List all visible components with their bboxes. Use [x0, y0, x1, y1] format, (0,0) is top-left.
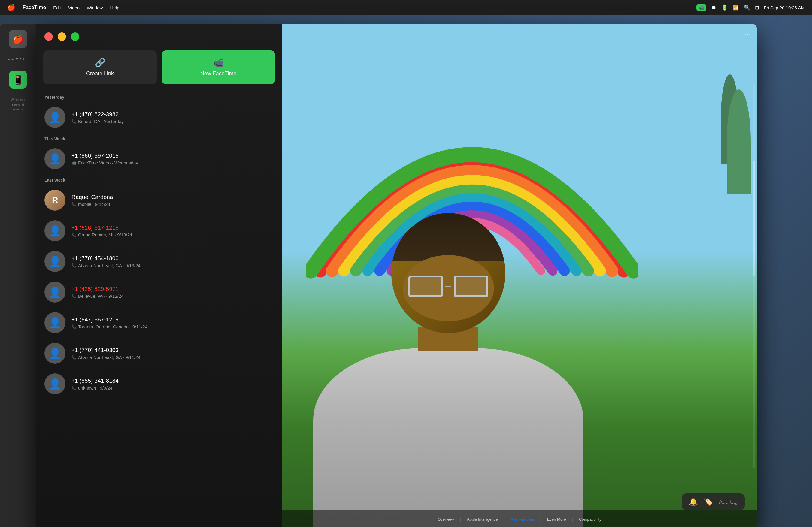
trees-right [697, 74, 757, 427]
bg-qr-icon: 📱 [9, 71, 27, 89]
call-avatar: 👤 [44, 251, 66, 272]
section-this-week: This Week [36, 133, 282, 144]
phone-icon: 📞 [71, 294, 76, 298]
person-icon: 👤 [49, 286, 61, 298]
search-icon[interactable]: 🔍 [743, 4, 750, 11]
call-info: +1 (855) 341-8184 📞 unknown · 9/9/24 [71, 378, 274, 390]
close-button[interactable] [44, 32, 53, 41]
window-controls [36, 24, 282, 41]
screen-record-icon: ⏺ [711, 4, 716, 11]
call-meta: mobile · 9/14/24 [78, 202, 110, 207]
call-item[interactable]: 👤 +1 (616) 617-1215 📞 Grand Rapids, MI ·… [36, 215, 282, 246]
tag-plus-icon: 🏷️ [704, 498, 713, 506]
apple-intelligence-link[interactable]: Apple Intelligence [467, 517, 498, 522]
call-details: 📞 unknown · 9/9/24 [71, 385, 274, 390]
call-info: +1 (770) 441-0303 📞 Atlanta Northeast, G… [71, 347, 274, 360]
facetime-window: 🔗 Create Link 📹 New FaceTime Yesterday 👤 [36, 24, 757, 527]
call-meta: Grand Rapids, MI · 9/13/24 [78, 232, 132, 237]
person-icon: 👤 [49, 153, 61, 165]
create-link-button[interactable]: 🔗 Create Link [43, 50, 157, 84]
call-details: 📞 Atlanta Northeast, GA · 9/11/24 [71, 355, 274, 360]
call-info: +1 (470) 822-3982 📞 Buford, GA · Yesterd… [71, 111, 274, 124]
caller-name: +1 (860) 597-2015 [71, 152, 274, 159]
menu-window[interactable]: Window [87, 5, 103, 10]
phone-icon: 📞 [71, 325, 76, 329]
menu-video[interactable]: Video [68, 5, 79, 10]
apple-menu-icon[interactable]: 🍎 [7, 4, 15, 11]
call-item[interactable]: 👤 +1 (470) 822-3982 📞 Buford, GA · Yeste… [36, 102, 282, 133]
call-details: 📹 FaceTime Video · Wednesday [71, 160, 274, 165]
call-info: +1 (425) 829-5971 📞 Bellevue, WA · 9/12/… [71, 286, 274, 299]
action-buttons: 🔗 Create Link 📹 New FaceTime [36, 43, 282, 84]
menu-items: Edit Video Window Help [53, 5, 119, 10]
add-tag-label: Add tag [719, 499, 738, 505]
call-avatar: 👤 [44, 148, 66, 169]
person-icon: 👤 [49, 225, 61, 237]
menu-edit[interactable]: Edit [53, 5, 61, 10]
maximize-button[interactable] [71, 32, 79, 41]
call-info: +1 (616) 617-1215 📞 Grand Rapids, MI · 9… [71, 225, 274, 237]
key-features-link[interactable]: Key Features [511, 517, 534, 522]
call-details: 📞 Grand Rapids, MI · 9/13/24 [71, 232, 274, 237]
call-item[interactable]: 👤 +1 (770) 454-1800 📞 Atlanta Northeast,… [36, 246, 282, 277]
phone-icon: 📞 [71, 119, 76, 124]
call-details: 📞 Atlanta Northeast, GA · 9/13/24 [71, 263, 274, 268]
video-icon: 📹 [213, 58, 224, 67]
call-item[interactable]: 👤 +1 (425) 829-5971 📞 Bellevue, WA · 9/1… [36, 277, 282, 307]
bg-sidebar-desc: We're maksee whatbehind yo [11, 97, 25, 112]
phone-icon: 📞 [71, 355, 76, 360]
call-item-raquel[interactable]: R Raquel Cardona 📞 mobile · 9/14/24 [36, 185, 282, 215]
separator: | [572, 517, 573, 522]
bell-plus-icon: 🔔 [689, 498, 698, 506]
menu-bar: 🍎 FaceTime Edit Video Window Help 📹 ⏺ 🔋 … [0, 0, 812, 15]
add-tag-notification[interactable]: 🔔 🏷️ Add tag [682, 493, 745, 510]
call-item[interactable]: 👤 +1 (770) 441-0303 📞 Atlanta Northeast,… [36, 338, 282, 368]
call-item[interactable]: 👤 +1 (647) 667-1219 📞 Toronto, Ontario, … [36, 307, 282, 338]
more-options-button[interactable]: ··· [745, 30, 751, 39]
caller-name: +1 (770) 454-1800 [71, 255, 274, 262]
datetime-display: Fri Sep 20 10:26 AM [764, 5, 805, 10]
overview-link[interactable]: Overview [437, 517, 454, 522]
caller-name: +1 (855) 341-8184 [71, 378, 274, 384]
raquel-photo: R [44, 190, 66, 211]
minimize-button[interactable] [58, 32, 66, 41]
control-center-icon[interactable]: ⊞ [755, 5, 759, 11]
caller-name: +1 (470) 822-3982 [71, 111, 274, 118]
call-details: 📞 mobile · 9/14/24 [71, 202, 274, 207]
call-avatar-raquel: R [44, 190, 66, 211]
phone-icon: 📞 [71, 386, 76, 390]
caller-name: +1 (647) 667-1219 [71, 316, 274, 323]
call-avatar: 👤 [44, 312, 66, 333]
section-last-week: Last Week [36, 174, 282, 185]
separator: | [540, 517, 541, 522]
call-info: Raquel Cardona 📞 mobile · 9/14/24 [71, 194, 274, 207]
compatibility-link[interactable]: Compatibility [579, 517, 601, 522]
person-icon: 👤 [49, 111, 61, 123]
call-meta: Toronto, Ontario, Canada · 9/11/24 [78, 324, 147, 329]
scroll-thumb[interactable] [753, 161, 755, 276]
bg-sidebar: 🍎 macOS S P... 📱 We're maksee whatbehind… [0, 24, 36, 527]
facetime-menu-icon[interactable]: 📹 [696, 4, 706, 11]
even-more-link[interactable]: Even More [547, 517, 566, 522]
caller-name-missed: +1 (616) 617-1215 [71, 225, 274, 231]
person-icon: 👤 [49, 255, 61, 267]
call-avatar: 👤 [44, 373, 66, 394]
call-info: +1 (770) 454-1800 📞 Atlanta Northeast, G… [71, 255, 274, 268]
app-name: FaceTime [23, 4, 46, 11]
call-item[interactable]: 👤 +1 (855) 341-8184 📞 unknown · 9/9/24 [36, 368, 282, 399]
call-item[interactable]: 👤 +1 (860) 597-2015 📹 FaceTime Video · W… [36, 144, 282, 174]
new-facetime-label: New FaceTime [200, 71, 236, 77]
menu-help[interactable]: Help [110, 5, 119, 10]
facetime-video-panel: Overview | Apple Intelligence | Key Feat… [282, 24, 757, 527]
phone-icon: 📞 [71, 202, 76, 207]
call-list: Yesterday 👤 +1 (470) 822-3982 📞 Buford, … [36, 84, 282, 527]
scroll-track[interactable] [753, 84, 755, 468]
new-facetime-button[interactable]: 📹 New FaceTime [162, 50, 275, 84]
caller-name: +1 (770) 441-0303 [71, 347, 274, 353]
person-icon: 👤 [49, 317, 61, 329]
call-avatar: 👤 [44, 282, 66, 302]
person-icon: 👤 [49, 347, 61, 359]
call-meta: unknown · 9/9/24 [78, 385, 112, 390]
call-avatar: 👤 [44, 107, 66, 128]
person-icon: 👤 [49, 378, 61, 390]
